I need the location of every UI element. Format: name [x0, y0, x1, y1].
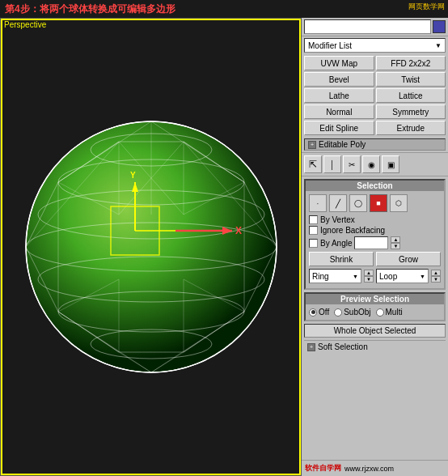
preview-title: Preview Selection [306, 294, 444, 304]
selection-icons-row: · ╱ ◯ ■ ⬡ [309, 194, 441, 212]
btn-lattice[interactable]: Lattice [376, 88, 446, 103]
toolbar-icons-row: ⇱ │ ✂ ◉ ▣ [302, 152, 448, 176]
sel-edge-icon[interactable]: ╱ [329, 194, 347, 212]
shrink-button[interactable]: Shrink [309, 252, 374, 266]
btn-normal[interactable]: Normal [304, 104, 374, 119]
whole-object-bar: Whole Object Selected [304, 324, 446, 338]
by-angle-checkbox[interactable] [309, 239, 318, 248]
angle-spinner[interactable]: ▲ ▼ [391, 236, 400, 249]
toolbar-btn-select[interactable]: │ [323, 155, 341, 173]
editable-poly-row[interactable]: + Editable Poly [302, 137, 448, 152]
toolbar-btn-view[interactable]: ▣ [382, 155, 399, 173]
btn-bevel[interactable]: Bevel [304, 72, 374, 87]
sel-poly-icon[interactable]: ■ [370, 194, 387, 212]
bottom-site: www.rjzxw.com [344, 465, 394, 473]
svg-text:Y: Y [130, 171, 136, 180]
right-panel: GeoSphere01 Modifier List ▼ UVW Map FFD … [302, 18, 448, 476]
viewport[interactable]: Perspective [0, 18, 302, 476]
loop-select[interactable]: Loop ▼ [376, 269, 429, 283]
toolbar-btn-lasso[interactable]: ✂ [343, 155, 361, 173]
radio-multi[interactable]: Multi [376, 308, 403, 317]
by-vertex-checkbox[interactable] [309, 215, 318, 224]
preview-selection-section: Preview Selection Off SubObj Mult [304, 292, 446, 321]
object-name-row: GeoSphere01 [302, 18, 448, 36]
modifier-list-dropdown[interactable]: Modifier List ▼ [304, 38, 446, 53]
grow-button[interactable]: Grow [376, 252, 441, 266]
by-vertex-row: By Vertex [309, 215, 441, 224]
radio-off[interactable]: Off [309, 308, 329, 317]
shrink-grow-row: Shrink Grow [309, 252, 441, 266]
modifier-list-section: Modifier List ▼ [302, 36, 448, 54]
btn-twist[interactable]: Twist [376, 72, 446, 87]
by-angle-row: By Angle 45.0 ▲ ▼ [309, 236, 441, 249]
preview-radio-row: Off SubObj Multi [309, 308, 441, 317]
bottom-logo: 软件自学网 [305, 463, 341, 474]
selection-section: Selection · ╱ ◯ ■ ⬡ By Vertex Ign [304, 179, 446, 290]
selection-title: Selection [306, 181, 444, 191]
soft-selection-label[interactable]: + Soft Selection [304, 340, 446, 353]
object-name-input[interactable]: GeoSphere01 [304, 19, 431, 34]
btn-symmetry[interactable]: Symmetry [376, 104, 446, 119]
ring-select[interactable]: Ring ▼ [309, 269, 361, 283]
sel-vertex-icon[interactable]: · [309, 194, 327, 212]
modifier-buttons-grid: UVW Map FFD 2x2x2 Bevel Twist Lathe Latt… [302, 54, 448, 137]
object-color-box[interactable] [433, 20, 446, 33]
bottom-logo-row: 软件自学网 www.rjzxw.com [302, 460, 448, 476]
svg-text:X: X [235, 225, 242, 236]
watermark-right: 网页数学网 [408, 2, 445, 12]
ignore-backfacing-checkbox[interactable] [309, 226, 318, 235]
angle-value-input[interactable]: 45.0 [354, 236, 388, 249]
ignore-backfacing-row: Ignore Backfacing [309, 226, 441, 235]
btn-extrude[interactable]: Extrude [376, 121, 446, 135]
sphere-container: X Y [1, 19, 301, 475]
radio-subobj[interactable]: SubObj [334, 308, 370, 317]
loop-spinner[interactable]: ▲ ▼ [431, 270, 441, 283]
btn-edit-spline[interactable]: Edit Spline [304, 121, 374, 135]
btn-lathe[interactable]: Lathe [304, 88, 374, 103]
ring-spinner[interactable]: ▲ ▼ [364, 270, 374, 283]
btn-uvw-map[interactable]: UVW Map [304, 56, 374, 70]
toolbar-btn-paint[interactable]: ◉ [362, 155, 380, 173]
btn-ffd[interactable]: FFD 2x2x2 [376, 56, 446, 70]
step-text: 第4步：将两个球体转换成可编辑多边形 [0, 2, 175, 16]
toolbar-btn-cursor[interactable]: ⇱ [304, 155, 322, 173]
sel-border-icon[interactable]: ◯ [349, 194, 367, 212]
viewport-label: Perspective [4, 20, 46, 29]
ring-loop-row: Ring ▼ ▲ ▼ Loop ▼ ▲ ▼ [309, 269, 441, 283]
sel-element-icon[interactable]: ⬡ [390, 194, 408, 212]
